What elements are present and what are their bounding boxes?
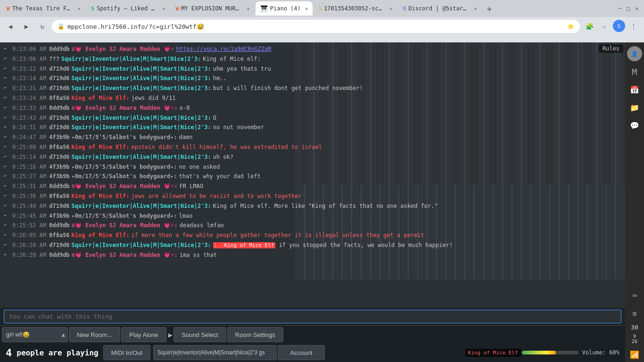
participant-select[interactable]: Squirr|e|Inventor|Alive|M|Smart|Nice|2'3… (153, 345, 277, 360)
message-row: ↩ 9:23:24 AM 0f8a56 King of Mice Elf: je… (4, 93, 621, 103)
room-select[interactable]: girl wtf😅 (2, 327, 68, 342)
new-room-button[interactable]: New Room... (69, 327, 120, 342)
message-row: ↩ 9:24:31 AM d719d6 Squirr|e|Inventor|Al… (4, 123, 621, 132)
tab-discord[interactable]: D Discord | @5star.riri3 ✕ (398, 1, 482, 16)
message-row: ↩ 9:23:06 AM ??? Squirr|e|Inventor|Alive… (4, 54, 621, 64)
chat-input[interactable] (4, 310, 621, 323)
account-button[interactable]: Account (278, 345, 325, 360)
user-avatar[interactable]: 👤 (627, 46, 642, 61)
message-row: ↩ 9:23:43 AM d719d6 Squirr|e|Inventor|Al… (4, 113, 621, 123)
toolbar-row-2: 4 people are playing MIDI In/Out Squirr|… (0, 344, 625, 362)
message-row: ↩ 9:23:21 AM d719d6 Squirr|e|Inventor|Al… (4, 83, 621, 93)
message-row: ↩ 9:25:36 AM 0f8a56 King of Mice Elf: je… (4, 191, 621, 201)
tab-close-discord-icon[interactable]: ✕ (474, 6, 477, 12)
chat-icon[interactable]: 💬 (627, 118, 642, 133)
main-area: Rules ↩ 9:23:06 AM 0dd9db ≡💗 Evelyn SJ A… (0, 42, 625, 362)
message-row: ↩ 9:23:14 AM d719d6 Squirr|e|Inventor|Al… (4, 74, 621, 83)
maximize-button[interactable]: □ (625, 5, 632, 12)
msg-reply-icon: ↩ (4, 45, 10, 52)
tab-close-spotify-icon[interactable]: ✕ (162, 6, 165, 12)
toolbar-row-1: girl wtf😅 ▲ New Room... Play Alone ▶ Sou… (0, 326, 625, 344)
midi-button[interactable]: MIDI In/Out (103, 345, 150, 360)
notification-count-926: 926 (632, 334, 637, 344)
volume-bar-fill (522, 351, 556, 354)
bookmark-btn[interactable]: ☆ (598, 20, 611, 33)
message-row: ↩ 9:24:47 AM 4f3b9b ✦0m/17/5'5/Salbot's … (4, 132, 621, 142)
reload-button[interactable]: ↻ (36, 20, 49, 33)
tab-close-icon[interactable]: ✕ (78, 6, 81, 12)
tab-close-piano-icon[interactable]: ✕ (305, 6, 308, 12)
play-alone-button[interactable]: Play Alone (121, 327, 166, 342)
new-tab-button[interactable]: + (483, 2, 496, 15)
wifi-icon[interactable]: 📶 (627, 347, 642, 362)
nav-bar: ◀ ▶ ↻ 🔒 mppclone.hri7566.info/?c=girl%20… (0, 17, 644, 36)
room-select-container: girl wtf😅 ▲ (2, 327, 68, 342)
message-row: ↩ 9:26:20 AM d719d6 Squirr|e|Inventor|Al… (4, 240, 621, 250)
tab-texas[interactable]: W The Texas Tire Fa... ✕ (2, 1, 85, 16)
close-button[interactable]: ✕ (634, 5, 640, 12)
cursor-indicator: ▶ (168, 330, 173, 339)
message-row: ↩ 9:26:20 AM 0dd9db ≡💗 Evelyn SJ Amara M… (4, 250, 621, 260)
participant-select-container: Squirr|e|Inventor|Alive|M|Smart|Nice|2'3… (153, 345, 277, 360)
chat-area: Rules ↩ 9:23:06 AM 0dd9db ≡💗 Evelyn SJ A… (0, 42, 625, 308)
message-row: ↩ 9:25:14 AM d719d6 Squirr|e|Inventor|Al… (4, 152, 621, 162)
message-row: ↩ 9:25:08 AM 0f8a56 King of Mice Elf: ep… (4, 142, 621, 152)
notification-count-30: 30 (631, 324, 638, 331)
message-row: ↩ 9:25:31 AM 0dd9db ≡💗 Evelyn SJ Amara M… (4, 181, 621, 191)
message-row: ↩ 9:23:06 AM 0dd9db ≡💗 Evelyn SJ Amara M… (4, 44, 621, 54)
tab-explosion[interactable]: W MY EXPLOSION MUR... ✕ (171, 1, 255, 16)
calendar-icon[interactable]: 📅 (627, 82, 642, 97)
tab-piano[interactable]: 🎹 Piano (4) ✕ (256, 1, 313, 16)
browser-chrome: W The Texas Tire Fa... ✕ S Spotify – Lik… (0, 0, 644, 42)
menu-icon[interactable]: ≡ (627, 306, 642, 321)
settings-btn[interactable]: ⋮ (627, 20, 640, 33)
player-count-text: people are playing (17, 348, 98, 357)
chat-messages: ↩ 9:23:06 AM 0dd9db ≡💗 Evelyn SJ Amara M… (0, 44, 625, 306)
message-row: ↩ 9:25:27 AM 4f3b9b ✦0m/17/5'5/Salbot's … (4, 172, 621, 181)
extension-btn[interactable]: 🧩 (583, 20, 596, 33)
message-row: ↩ 9:25:52 AM 0dd9db ≡💗 Evelyn SJ Amara M… (4, 221, 621, 230)
chrome-sidebar: 👤 M 📅 📁 💬 ⌨ ≡ 30 926 📶 (625, 42, 644, 362)
sound-select-button[interactable]: Sound Select (173, 327, 226, 342)
minimize-button[interactable]: ─ (617, 5, 623, 12)
drive-icon[interactable]: 📁 (627, 100, 642, 115)
message-row: ↩ 9:26:05 AM 0f8a56 King of Mice Elf: if… (4, 230, 621, 240)
gmail-icon[interactable]: M (627, 64, 642, 79)
profile-btn[interactable]: G (613, 20, 625, 32)
address-text: mppclone.hri7566.info/?c=girl%20wtf😅 (67, 23, 564, 30)
keyboard-icon[interactable]: ⌨ (627, 288, 642, 303)
player-count: 4 (2, 347, 16, 359)
tab-bar: W The Texas Tire Fa... ✕ S Spotify – Lik… (0, 0, 644, 17)
tab-close-explosion-icon[interactable]: ✕ (247, 6, 250, 12)
message-row: ↩ 9:25:45 AM 4f3b9b ✦0m/17/5'5/Salbot's … (4, 211, 621, 221)
message-row: ↩ 9:23:12 AM d719d6 Squirr|e|Inventor|Al… (4, 64, 621, 74)
message-row: ↩ 9:25:40 AM d719d6 Squirr|e|Inventor|Al… (4, 201, 621, 211)
message-row: ↩ 9:25:16 AM 4f3b9b ✦0m/17/5'5/Salbot's … (4, 162, 621, 172)
back-button[interactable]: ◀ (4, 20, 17, 33)
chat-input-area (0, 308, 625, 325)
forward-button[interactable]: ▶ (20, 20, 33, 33)
volume-text: Volume: 60% (582, 349, 619, 356)
tab-spotify[interactable]: S Spotify – Liked Song... ✕ (86, 1, 170, 16)
volume-area: Volume: 60% (522, 349, 623, 356)
volume-bar (522, 351, 578, 354)
bottom-toolbar: girl wtf😅 ▲ New Room... Play Alone ▶ Sou… (0, 325, 625, 362)
room-settings-button[interactable]: Room Settings (227, 327, 283, 342)
tab-screenshot[interactable]: 1 1701354303052-scr... ✕ (314, 1, 397, 16)
tab-close-screenshot-icon[interactable]: ✕ (389, 6, 393, 12)
king-name-tag: King of Mice Elf (465, 349, 521, 357)
message-row: ↩ 9:23:33 AM 0dd9db ≡💗 Evelyn SJ Amara M… (4, 103, 621, 113)
address-bar[interactable]: 🔒 mppclone.hri7566.info/?c=girl%20wtf😅 ⭐ (52, 20, 580, 33)
